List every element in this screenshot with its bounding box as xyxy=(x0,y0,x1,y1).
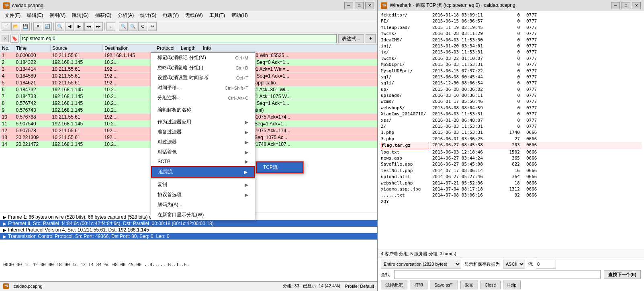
ctx-color-conv[interactable]: 对话着色 ▶ xyxy=(151,147,255,157)
list-item[interactable]: fckeditor/2016-01-18 03:09:1100777 xyxy=(380,12,642,18)
list-item[interactable]: MysqlUDFpri/2015-06-15 07:37:2200777 xyxy=(380,68,642,74)
ctx-time-shift[interactable]: 时间平移... Ctrl+Shift+T xyxy=(151,83,255,93)
list-item[interactable]: testNull.php2014-07-17 08:06:14160666 xyxy=(380,168,642,174)
list-item[interactable]: MSSQLpri/2015-06-03 11:53:3100777 xyxy=(380,61,642,68)
list-item[interactable]: up/2015-06-08 00:36:0200777 xyxy=(380,86,642,92)
save-as-button[interactable]: Save as"" xyxy=(430,281,458,289)
print-button[interactable]: 打印 xyxy=(410,281,427,289)
ctx-submenu-tcp[interactable]: TCP流 xyxy=(256,162,303,173)
conversation-select[interactable]: Entire conversation (2820 bytes) xyxy=(381,260,461,268)
list-item[interactable]: FI/2015-06-15 06:36:5700777 xyxy=(380,18,642,24)
ctx-edit-resolve[interactable]: 编辑解析的名称 xyxy=(151,105,255,115)
menu-stats[interactable]: 统计(S) xyxy=(137,11,159,20)
detail-row-ethernet[interactable]: ▶ Ethernet II, Src: Parallel_f4:84:6c (0… xyxy=(0,220,377,227)
show-as-select[interactable]: ASCII xyxy=(503,260,525,268)
next-capture-button[interactable]: ▸▸ xyxy=(94,22,103,31)
back-button[interactable]: ◀ xyxy=(65,22,74,31)
zoom-out-button[interactable]: 🔍 xyxy=(129,22,137,31)
list-item[interactable]: flag.tar.gz2016-06-27 08:45:382030666 xyxy=(380,142,642,149)
open-button[interactable]: 📂 xyxy=(11,22,20,31)
right-maximize-button[interactable]: □ xyxy=(622,2,630,9)
close-button-tcp[interactable]: Close xyxy=(480,281,501,289)
filter-input[interactable] xyxy=(20,34,337,43)
menu-analyze[interactable]: 分析(A) xyxy=(114,11,137,20)
prev-capture-button[interactable]: ◂◂ xyxy=(84,22,93,31)
menu-view[interactable]: 视图(V) xyxy=(46,11,69,20)
list-item[interactable]: news.asp2014-06-27 03:44:243650666 xyxy=(380,155,642,161)
detail-row-tcp[interactable]: ▶ Transmission Control Protocol, Src Por… xyxy=(0,233,377,240)
find-next-button[interactable]: 查找下一个(E) xyxy=(604,270,641,279)
forward-button[interactable]: ▶ xyxy=(75,22,84,31)
list-item[interactable]: fileupload/2015-11-19 02:19:4500777 xyxy=(380,25,642,31)
menu-wireless[interactable]: 无线(W) xyxy=(182,11,206,20)
toolbar: 📄 📂 💾 ✕ 🔄 🔍 ◀ ▶ ◂◂ ▸▸ ↓ 🔍 🔍 ⊙ ⇔ xyxy=(0,20,377,33)
close-button-tool[interactable]: ✕ xyxy=(33,22,42,31)
ctx-conv-filter[interactable]: 对过滤器 ▶ xyxy=(151,137,255,147)
reload-button[interactable]: 🔄 xyxy=(43,22,52,31)
list-item[interactable]: sql/2015-06-08 00:45:4400777 xyxy=(380,74,642,80)
list-item[interactable]: jx/2015-06-03 11:53:3100777 xyxy=(380,49,642,55)
ctx-comment[interactable]: 分组注释... Ctrl+Alt+C xyxy=(151,93,255,103)
ctx-proto-prefs[interactable]: 协议首选项 ▶ xyxy=(151,190,255,200)
filter-clear-button[interactable]: ✕ xyxy=(2,35,9,42)
find-button[interactable]: 🔍 xyxy=(55,22,64,31)
ctx-decode-as[interactable]: 解码为(A)... xyxy=(151,200,255,210)
right-close-button[interactable]: ✕ xyxy=(632,2,641,9)
list-item[interactable]: sqli/2015-12-30 08:06:5400777 xyxy=(380,80,642,86)
menu-tools[interactable]: 工具(T) xyxy=(206,11,228,20)
file-num1: 0 xyxy=(500,105,520,111)
list-item[interactable]: xiaoma.asp;.jpg2014-07-04 08:17:18131206… xyxy=(380,186,642,192)
list-item[interactable]: Z/2015-06-03 11:53:3100777 xyxy=(380,123,642,129)
ctx-mark[interactable]: 标记/取消标记 分组(M) Ctrl+M xyxy=(151,53,255,63)
menu-file[interactable]: 文件(F) xyxy=(2,11,24,20)
menu-telephony[interactable]: 电话(Y) xyxy=(159,11,182,20)
filter-stream-button[interactable]: 滤掉此流 xyxy=(381,281,407,289)
ctx-ignore[interactable]: 忽略/取消忽略 分组(I) Ctrl+D xyxy=(151,63,255,73)
list-item[interactable]: IdeaCMS/2015-06-03 11:53:3000777 xyxy=(380,37,642,43)
ctx-show-pkt[interactable]: 在新窗口显示分组(W) xyxy=(151,210,255,220)
ctx-follow-stream[interactable]: 追踪流 ▶ xyxy=(151,166,255,178)
list-item[interactable]: 3.php2016-06-01 03:36:25270666 xyxy=(380,136,642,142)
list-item[interactable]: log.txt2015-06-03 12:18:4615020666 xyxy=(380,149,642,155)
list-item[interactable]: lwcms/2016-03-22 01:10:0700777 xyxy=(380,55,642,61)
detail-row-ip[interactable]: ▶ Internet Protocol Version 4, Src: 10.2… xyxy=(0,227,377,233)
list-item[interactable]: XQY xyxy=(380,199,642,205)
search-input[interactable] xyxy=(394,270,601,279)
stream-input[interactable] xyxy=(536,260,556,268)
list-item[interactable]: webshell.php2014-07-21 05:52:36180666 xyxy=(380,180,642,186)
list-item[interactable]: upload.html2014-06-27 05:27:463640666 xyxy=(380,174,642,180)
list-item[interactable]: 1.php2015-06-03 11:53:3117400666 xyxy=(380,129,642,135)
maximize-button[interactable]: □ xyxy=(355,2,364,9)
filter-add-button[interactable]: + xyxy=(366,34,376,43)
autoscroll-button[interactable]: ↓ xyxy=(106,22,115,31)
right-minimize-button[interactable]: ─ xyxy=(611,2,620,9)
menu-help[interactable]: 帮助(H) xyxy=(228,11,251,20)
list-item[interactable]: inj/2015-01-20 03:34:0100777 xyxy=(380,43,642,49)
filter-expr-button[interactable]: 表达式... xyxy=(338,34,364,43)
menu-edit[interactable]: 编辑(E) xyxy=(24,11,46,20)
ctx-time-ref[interactable]: 设置/取消设置 时间参考 Ctrl+T xyxy=(151,73,255,83)
help-button-tcp[interactable]: Help xyxy=(503,281,521,289)
minimize-button[interactable]: ─ xyxy=(344,2,353,9)
list-item[interactable]: fwcms/2016-01-28 03:11:2900777 xyxy=(380,31,642,37)
list-item[interactable]: XiaoCms_20140710/2015-06-03 11:53:310077… xyxy=(380,111,642,117)
list-item[interactable]: SaveFile.asp2016-06-27 05:45:088220666 xyxy=(380,161,642,167)
ctx-apply-filter[interactable]: 作为过滤器应用 ▶ xyxy=(151,117,255,127)
zoom-reset-button[interactable]: ⊙ xyxy=(138,22,147,31)
resize-cols-button[interactable]: ⇔ xyxy=(148,22,157,31)
list-item[interactable]: wcms/2016-01-17 05:56:4600777 xyxy=(380,98,642,105)
save-button[interactable]: 💾 xyxy=(21,22,30,31)
ctx-sctp[interactable]: SCTP ▶ xyxy=(151,157,255,166)
new-button[interactable]: 📄 xyxy=(2,22,10,31)
ctx-prep-filter[interactable]: 准备过滤器 ▶ xyxy=(151,127,255,137)
back-button-tcp[interactable]: 返回 xyxy=(460,281,478,289)
list-item[interactable]: webshop5/2015-06-08 08:04:5900777 xyxy=(380,105,642,111)
list-item[interactable]: uploads/2016-03-10 00:36:1100777 xyxy=(380,92,642,98)
list-item[interactable]: xss/2016-01-28 06:48:0700777 xyxy=(380,117,642,123)
ctx-copy[interactable]: 复制 ▶ xyxy=(151,180,255,190)
zoom-in-button[interactable]: 🔍 xyxy=(119,22,128,31)
close-button[interactable]: ✕ xyxy=(365,2,374,9)
list-item[interactable]: ......txt2014-07-08 03:06:16920666 xyxy=(380,192,642,198)
menu-goto[interactable]: 跳转(G) xyxy=(69,11,92,20)
menu-capture[interactable]: 捕获(C) xyxy=(92,11,115,20)
